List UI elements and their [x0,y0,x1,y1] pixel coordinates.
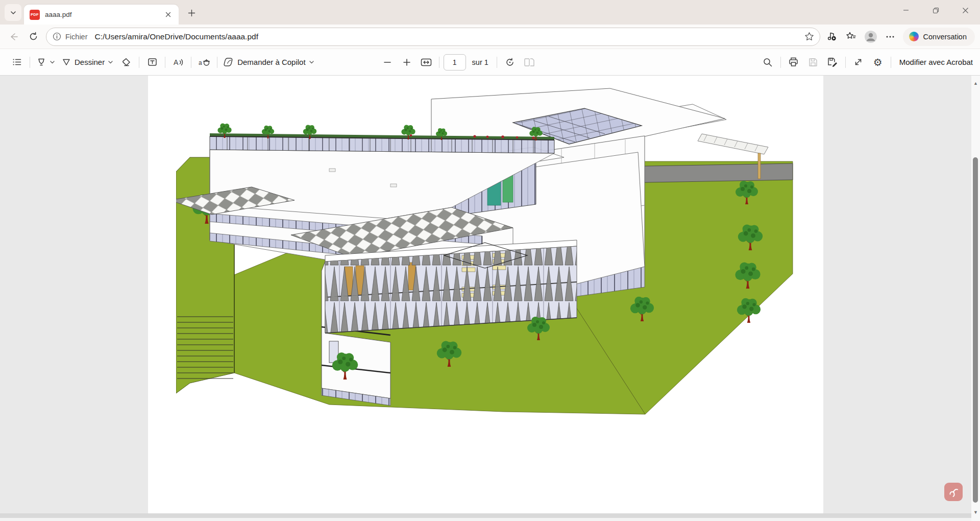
page-view-icon [524,57,535,67]
rotate-icon [505,57,515,67]
zoom-in-button[interactable] [397,53,416,72]
page-bottom-strip [0,513,980,518]
draw-label: Dessiner [75,58,105,66]
toolbar-divider [165,57,165,68]
tab-close-button[interactable] [161,8,175,21]
info-icon[interactable] [53,32,61,41]
fit-width-icon [421,58,432,67]
acrobat-fab-icon [948,486,959,498]
chevron-down-icon [10,9,17,16]
read-aloud-button[interactable]: A [168,53,188,72]
print-icon [788,57,799,67]
new-tab-icon [188,9,195,17]
favorite-star-icon [804,32,814,41]
text-box-button[interactable] [142,53,162,72]
print-button[interactable] [784,53,803,72]
scroll-up-icon[interactable]: ▲ [971,79,980,87]
fullscreen-icon [853,57,863,67]
scrollbar-thumb[interactable] [973,157,978,503]
browser-tab-active[interactable]: PDF aaaa.pdf [24,5,179,25]
address-bar: Fichier C:/Users/amira/OneDrive/Document… [0,25,980,49]
chevron-down-icon [50,59,55,65]
restore-icon [933,7,939,14]
zoom-in-icon [403,58,411,66]
copilot-logo-icon [909,32,919,41]
favorite-button[interactable] [801,29,818,45]
tab-search-button[interactable] [5,4,21,21]
toolbar-divider [497,57,497,68]
toc-menu-icon [12,57,22,67]
new-tab-button[interactable] [183,5,200,21]
address-field[interactable]: Fichier C:/Users/amira/OneDrive/Document… [46,28,820,46]
search-button[interactable] [758,53,777,72]
eraser-button[interactable] [116,53,136,72]
minimize-icon [903,7,909,13]
window-close-icon [962,7,969,14]
back-button[interactable] [4,27,23,46]
profile-avatar [864,30,877,43]
toolbar-divider [217,57,217,68]
refresh-icon [29,32,38,41]
copilot-conversation-button[interactable]: Conversation [903,28,975,46]
collections-button[interactable] [842,27,861,46]
toolbar-divider [191,57,191,68]
page-count-label: sur 1 [472,58,488,66]
save-icon [808,57,818,67]
toolbar-right-group: ⚙ Modifier avec Acrobat [758,53,973,72]
settings-more-button[interactable] [880,27,900,46]
pdf-page[interactable] [148,76,823,513]
window-controls [891,0,980,20]
toolbar-divider [891,57,891,68]
media-controls-button[interactable] [822,27,842,46]
draw-button[interactable]: Dessiner [58,53,116,72]
chevron-down-icon [309,59,314,65]
tab-title: aaaa.pdf [45,11,161,18]
back-icon [9,32,19,42]
vertical-scrollbar[interactable]: ▲ ▼ [971,76,980,521]
close-icon [165,12,171,17]
url-text[interactable]: C:/Users/amira/OneDrive/Documents/aaaa.p… [95,32,801,41]
window-close-button[interactable] [950,0,980,20]
svg-text:a: a [199,59,202,66]
pdf-settings-button[interactable]: ⚙ [868,53,888,72]
pdf-file-icon: PDF [30,10,40,20]
more-menu-icon [886,32,895,41]
conversation-label: Conversation [923,33,967,41]
read-aloud-icon: A [173,57,184,68]
scroll-down-icon[interactable]: ▼ [971,508,980,516]
scheme-badge: Fichier [65,33,88,41]
eraser-icon [121,57,131,67]
fit-width-button[interactable] [416,53,436,72]
zoom-out-icon [383,58,391,66]
edit-with-acrobat-button[interactable]: Modifier avec Acrobat [899,58,973,66]
text-box-icon [147,57,158,67]
minimize-button[interactable] [891,0,921,20]
acrobat-fab-button[interactable] [944,483,963,501]
refresh-button[interactable] [23,27,43,46]
toolbar-divider [780,57,781,68]
viewer-bottom-edge [0,518,980,521]
translate-button[interactable]: a [194,53,214,72]
chevron-down-icon [108,59,113,65]
toc-menu-button[interactable] [7,53,27,72]
settings-gear-icon: ⚙ [873,57,883,67]
restore-button[interactable] [921,0,950,20]
ask-copilot-label: Demander à Copilot [237,58,305,66]
fullscreen-button[interactable] [849,53,868,72]
architectural-rendering [176,87,799,429]
profile-button[interactable] [861,27,880,46]
save-button[interactable] [803,53,823,72]
rotate-button[interactable] [500,53,520,72]
page-number-input[interactable] [444,54,466,70]
highlighter-button[interactable] [33,53,58,72]
copilot-outline-icon [224,57,234,67]
page-view-button[interactable] [520,53,539,72]
zoom-out-button[interactable] [378,53,397,72]
save-as-button[interactable] [823,53,842,72]
ask-copilot-button[interactable]: Demander à Copilot [220,53,317,72]
zoom-page-controls: sur 1 [378,53,539,72]
toolbar-divider [30,57,30,68]
search-icon [763,57,773,67]
pdf-toolbar: Dessiner A a Demander à Copilot [0,49,980,76]
toolbar-divider [439,57,439,68]
